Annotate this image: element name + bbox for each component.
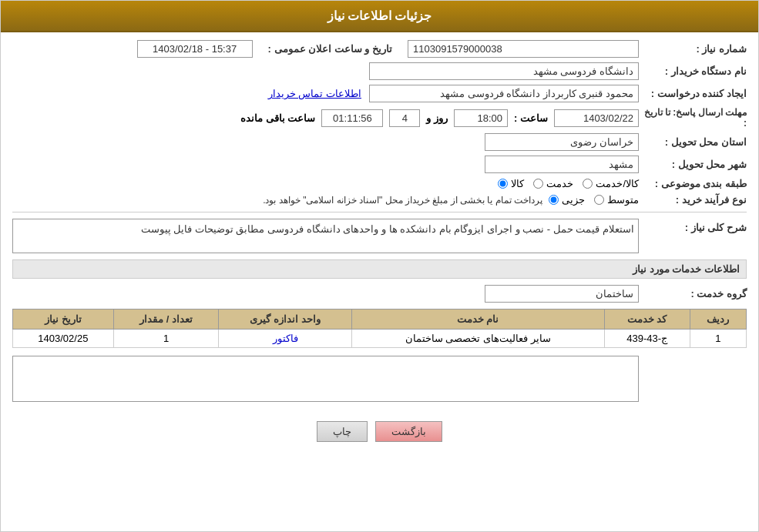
category-option-service[interactable]: خدمت <box>533 178 573 189</box>
announcement-value: 1403/02/18 - 15:37 <box>137 40 253 58</box>
send-deadline-date: 1403/02/22 <box>554 109 639 127</box>
time-label: ساعت : <box>514 112 548 124</box>
process-radio-group: متوسط جزیی <box>549 194 639 206</box>
province-value: خراسان رضوی <box>485 133 639 151</box>
buyer-notes-value <box>12 356 639 402</box>
header-title: جزئیات اطلاعات نیاز <box>327 9 432 22</box>
cell-need-date: 1403/02/25 <box>13 330 114 348</box>
button-row: بازگشت چاپ <box>12 412 747 451</box>
send-deadline-remaining: 01:11:56 <box>321 109 383 127</box>
province-label: استان محل تحویل : <box>639 136 747 148</box>
city-label: شهر محل تحویل : <box>639 159 747 170</box>
creator-label: ایجاد کننده درخواست : <box>639 88 747 99</box>
creator-value: محمود قنبری کاربرداز دانشگاه فردوسی مشهد <box>369 85 639 102</box>
contact-info-link[interactable]: اطلاعات تماس خریدار <box>268 88 361 99</box>
process-option-small[interactable]: جزیی <box>549 194 585 206</box>
buyer-name-label: نام دستگاه خریدار : <box>639 65 747 77</box>
category-option-goods-service[interactable]: کالا/خدمت <box>583 178 639 189</box>
service-group-label: گروه خدمت : <box>639 288 747 299</box>
category-radio-group: کالا/خدمت خدمت کالا <box>498 178 639 189</box>
services-table: ردیف کد خدمت نام خدمت واحد اندازه گیری ت… <box>12 309 747 348</box>
col-quantity: تعداد / مقدار <box>113 309 219 330</box>
need-number-value: 1103091579000038 <box>408 40 639 58</box>
col-unit: واحد اندازه گیری <box>219 309 351 330</box>
cell-row-num: 1 <box>690 330 746 348</box>
process-type-label: نوع فرآیند خرید : <box>639 194 747 206</box>
buyer-notes-label <box>639 356 747 359</box>
buyer-name-value: دانشگاه فردوسی مشهد <box>369 62 639 80</box>
print-button[interactable]: چاپ <box>317 421 368 442</box>
process-option-medium[interactable]: متوسط <box>594 194 639 206</box>
back-button[interactable]: بازگشت <box>375 421 442 442</box>
col-row-num: ردیف <box>690 309 746 330</box>
need-description-label: شرح کلی نیاز : <box>639 219 747 233</box>
send-deadline-time: 18:00 <box>454 109 508 127</box>
days-label: روز و <box>426 112 448 124</box>
remaining-label: ساعت باقی مانده <box>240 112 315 124</box>
send-deadline-days: 4 <box>389 109 420 127</box>
need-description-value: استعلام قیمت حمل - نصب و اجرای ایزوگام ب… <box>12 219 639 253</box>
category-option-goods[interactable]: کالا <box>498 178 524 189</box>
city-value: مشهد <box>485 156 639 173</box>
process-note: پرداخت تمام یا بخشی از مبلغ خریداز محل "… <box>263 195 542 206</box>
service-group-value: ساختمان <box>485 285 639 303</box>
need-number-label: شماره نیاز : <box>639 43 747 55</box>
services-section-title: اطلاعات خدمات مورد نیاز <box>12 259 747 279</box>
cell-unit: فاکتور <box>219 330 351 348</box>
announcement-label: تاریخ و ساعت اعلان عمومی : <box>268 43 392 55</box>
table-row: 1 ج-43-439 سایر فعالیت‌های تخصصی ساختمان… <box>13 330 747 348</box>
page-header: جزئیات اطلاعات نیاز <box>1 1 758 32</box>
cell-quantity: 1 <box>113 330 219 348</box>
cell-service-code: ج-43-439 <box>604 330 690 348</box>
send-deadline-label: مهلت ارسال پاسخ: تا تاریخ : <box>639 107 747 129</box>
col-service-code: کد خدمت <box>604 309 690 330</box>
col-need-date: تاریخ نیاز <box>13 309 114 330</box>
col-service-name: نام خدمت <box>351 309 604 330</box>
cell-service-name: سایر فعالیت‌های تخصصی ساختمان <box>351 330 604 348</box>
category-label: طبقه بندی موضوعی : <box>639 178 747 189</box>
